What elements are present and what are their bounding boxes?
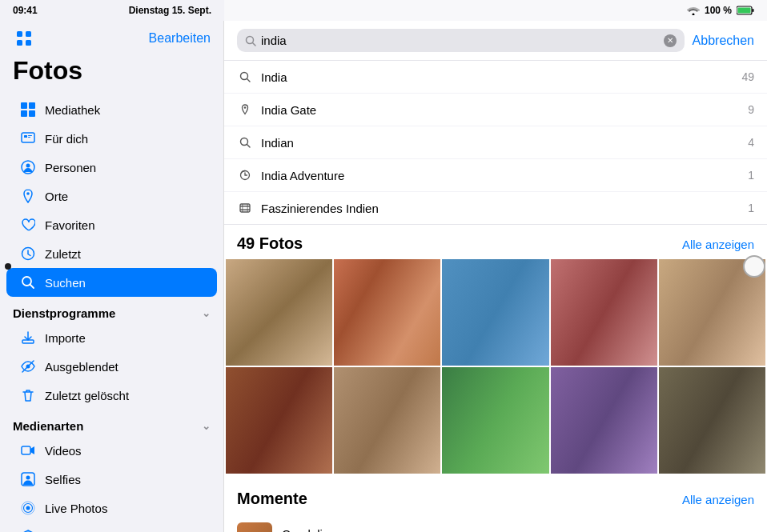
suggestion-count: 9 [748,103,754,116]
moments-section-header: Momente Alle anzeigen [224,480,767,514]
suggestion-india[interactable]: India 49 [224,61,767,94]
photo-cell[interactable] [551,367,657,474]
import-icon [19,329,37,346]
suggestion-india-gate[interactable]: India Gate 9 [224,94,767,126]
search-icon [19,274,37,291]
svg-point-17 [26,192,30,195]
live-photo-icon [19,499,37,517]
date: Dienstag 15. Sept. [129,5,211,16]
svg-rect-42 [240,206,250,207]
sidebar-label: Für dich [45,132,88,146]
suggestion-count: 1 [748,202,754,214]
svg-rect-13 [28,135,32,136]
suggestion-text: Faszinierendes Indien [261,202,740,215]
trash-icon [19,386,37,404]
section-title: Medienarten [13,419,83,433]
svg-point-16 [26,164,30,168]
sidebar-header: Bearbeiten [0,21,223,53]
photo-cell[interactable] [659,367,765,474]
film-suggestion-icon [237,200,253,216]
sidebar-item-suchen[interactable]: Suchen [6,268,217,297]
svg-line-20 [30,285,34,289]
search-clear-button[interactable]: ✕ [664,34,677,47]
search-suggestions: India 49 India Gate 9 [224,61,767,225]
person-crop-icon [19,470,37,488]
photos-grid-icon [19,101,37,118]
svg-rect-45 [247,204,249,212]
sidebar-item-orte[interactable]: Orte [6,182,217,210]
suggestion-text: India [261,70,733,84]
svg-rect-43 [240,210,250,211]
sidebar-label: Importe [45,331,86,345]
chevron-down-icon: ⌄ [202,420,211,432]
suggestion-count: 49 [741,70,754,83]
sidebar-item-fuer-dich[interactable]: Für dich [6,124,217,153]
moments-section: Momente Alle anzeigen Candolim 13. Mai 2… [224,480,767,532]
svg-point-27 [26,506,30,510]
svg-rect-41 [240,204,250,212]
sidebar-item-favoriten[interactable]: Favoriten [6,210,217,239]
suggestion-indian[interactable]: Indian 4 [224,126,767,159]
heart-icon [19,216,37,234]
photos-see-all-button[interactable]: Alle anzeigen [682,238,754,251]
suggestion-india-adventure[interactable]: India Adventure 1 [224,159,767,192]
svg-line-39 [247,145,251,148]
battery: 100 % [705,5,732,16]
photo-cell[interactable] [334,367,440,474]
video-icon [19,442,37,459]
svg-line-36 [247,79,251,82]
sidebar-label: Personen [45,161,96,174]
svg-point-37 [244,106,247,109]
sidebar-label: Live Photos [45,502,107,515]
photo-cell[interactable] [334,259,440,366]
sidebar-item-zuletzt-geloescht[interactable]: Zuletzt gelöscht [6,381,217,410]
sidebar-label: Selfies [45,473,81,486]
photos-section: 49 Fotos Alle anzeigen [224,225,767,474]
person-circle-icon [19,158,37,176]
moments-section-title: Momente [237,490,307,508]
cancel-button[interactable]: Abbrechen [693,34,754,48]
svg-point-26 [26,476,30,480]
svg-rect-9 [21,110,27,117]
svg-rect-1 [753,9,754,12]
svg-line-34 [253,42,256,46]
svg-rect-4 [26,31,31,37]
moment-item-candolim[interactable]: Candolim 13. Mai 2019 6 › [224,514,767,532]
sidebar-label: Videos [45,444,82,458]
search-input[interactable] [261,34,659,47]
sidebar-item-portraet[interactable]: Porträt [6,522,217,532]
photos-section-header: 49 Fotos Alle anzeigen [224,225,767,259]
time: 09:41 [13,5,38,16]
sidebar-item-selfies[interactable]: Selfies [6,465,217,494]
moment-name: Candolim [282,527,732,532]
sidebar-label: Zuletzt [45,247,81,261]
photo-cell[interactable] [442,259,548,366]
photo-cell[interactable] [551,259,657,366]
sidebar-label: Orte [45,190,68,203]
suggestion-count: 1 [748,169,754,182]
status-bar: 09:41 Dienstag 15. Sept. [0,0,224,21]
section-title: Dienstprogramme [13,306,115,320]
sidebar-item-zuletzt[interactable]: Zuletzt [6,239,217,268]
sidebar-item-ausgeblendet[interactable]: Ausgeblendet [6,352,217,381]
sidebar-item-live-photos[interactable]: Live Photos [6,494,217,522]
edit-button[interactable]: Bearbeiten [149,31,211,46]
location-suggestion-icon [237,102,253,118]
sidebar-item-videos[interactable]: Videos [6,436,217,465]
sidebar-item-mediathek[interactable]: Mediathek [6,95,217,124]
moments-see-all-button[interactable]: Alle anzeigen [682,493,754,506]
search-suggestion-icon [237,134,253,150]
photo-cell[interactable] [226,367,332,474]
photo-cell[interactable] [442,367,548,474]
sidebar-item-importe[interactable]: Importe [6,323,217,352]
sidebar-item-personen[interactable]: Personen [6,153,217,182]
sidebar-title: Fotos [0,53,223,95]
svg-rect-12 [24,135,27,138]
search-bar-icon [245,35,256,46]
suggestion-faszinierendes-indien[interactable]: Faszinierendes Indien 1 [224,192,767,224]
home-button[interactable] [743,255,765,278]
sidebar-label: Suchen [45,276,86,290]
history-suggestion-icon [237,167,253,183]
photo-cell[interactable] [226,259,332,366]
svg-rect-8 [29,102,35,109]
